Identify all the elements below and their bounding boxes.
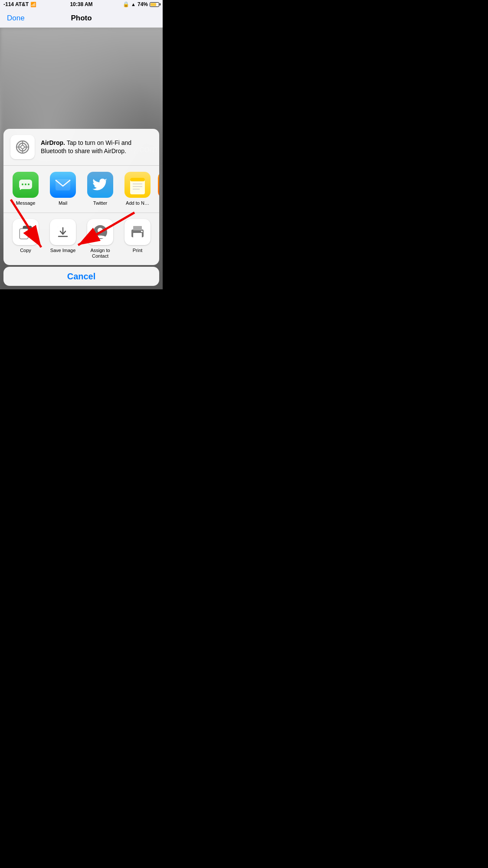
page-title: Photo [71, 14, 92, 23]
save-svg [55, 224, 71, 240]
notes-icon [124, 172, 151, 198]
carrier-text: -114 AT&T [3, 1, 29, 7]
svg-rect-27 [133, 226, 142, 230]
notes-svg [128, 174, 147, 195]
app-mail[interactable]: Mail [46, 172, 80, 206]
svg-point-10 [28, 183, 29, 185]
app-message[interactable]: Message [9, 172, 43, 206]
copy-icon [13, 219, 39, 245]
action-save-image[interactable]: Save Image [46, 219, 80, 253]
action-print[interactable]: Print [121, 219, 154, 253]
airdrop-row[interactable]: AirDrop. Tap to turn on Wi-Fi and Blueto… [3, 129, 159, 166]
print-icon [124, 219, 151, 245]
nav-bar: Done Photo [0, 9, 163, 28]
assign-contact-label: Assign to Contact [83, 248, 117, 259]
action-copy[interactable]: Copy [9, 219, 43, 253]
print-svg [129, 224, 146, 240]
battery-percent: 74% [138, 1, 148, 7]
twitter-icon [87, 172, 113, 198]
app-twitter[interactable]: Twitter [83, 172, 117, 206]
message-svg [18, 177, 33, 193]
cancel-label: Cancel [67, 272, 96, 282]
partial-app [158, 172, 159, 198]
contact-svg [92, 224, 108, 240]
location-icon: ▲ [131, 2, 136, 7]
mail-label: Mail [59, 200, 67, 206]
app-notes[interactable]: Add to N… [121, 172, 154, 206]
save-image-label: Save Image [50, 248, 76, 253]
status-right: 🔒 ▲ 74% [123, 1, 159, 7]
status-left: -114 AT&T 📶 [3, 1, 36, 7]
svg-rect-19 [20, 229, 28, 239]
svg-point-2 [21, 145, 24, 149]
cancel-button[interactable]: Cancel [3, 267, 159, 286]
svg-rect-11 [56, 179, 70, 190]
status-bar: -114 AT&T 📶 10:38 AM 🔒 ▲ 74% [0, 0, 163, 9]
action-assign-contact[interactable]: Assign to Contact [83, 219, 117, 259]
svg-rect-28 [141, 231, 143, 232]
airdrop-icon [10, 135, 35, 159]
lock-icon: 🔒 [123, 1, 129, 7]
mail-svg [55, 178, 71, 191]
actions-row: Copy Save Image [3, 213, 159, 265]
message-icon [13, 172, 39, 198]
copy-label: Copy [20, 248, 31, 253]
mail-icon [50, 172, 76, 198]
twitter-svg [92, 178, 108, 191]
svg-point-24 [98, 228, 103, 233]
notes-label: Add to N… [126, 200, 149, 206]
apps-row: Message Mail Twitter [3, 166, 159, 213]
message-label: Message [16, 200, 36, 206]
copy-svg [18, 224, 33, 240]
status-time: 10:38 AM [70, 1, 92, 7]
done-button[interactable]: Done [7, 14, 25, 23]
wifi-icon: 📶 [30, 2, 36, 7]
airdrop-svg [14, 138, 31, 156]
svg-point-9 [25, 183, 26, 185]
save-image-icon [50, 219, 76, 245]
assign-contact-icon [87, 219, 113, 245]
svg-rect-13 [130, 178, 145, 181]
share-sheet: AirDrop. Tap to turn on Wi-Fi and Blueto… [3, 129, 159, 265]
airdrop-description: AirDrop. Tap to turn on Wi-Fi and Blueto… [41, 139, 152, 156]
svg-rect-26 [133, 233, 142, 237]
battery-icon [150, 2, 159, 7]
svg-point-8 [22, 183, 23, 185]
twitter-label: Twitter [93, 200, 107, 206]
print-label: Print [133, 248, 143, 253]
